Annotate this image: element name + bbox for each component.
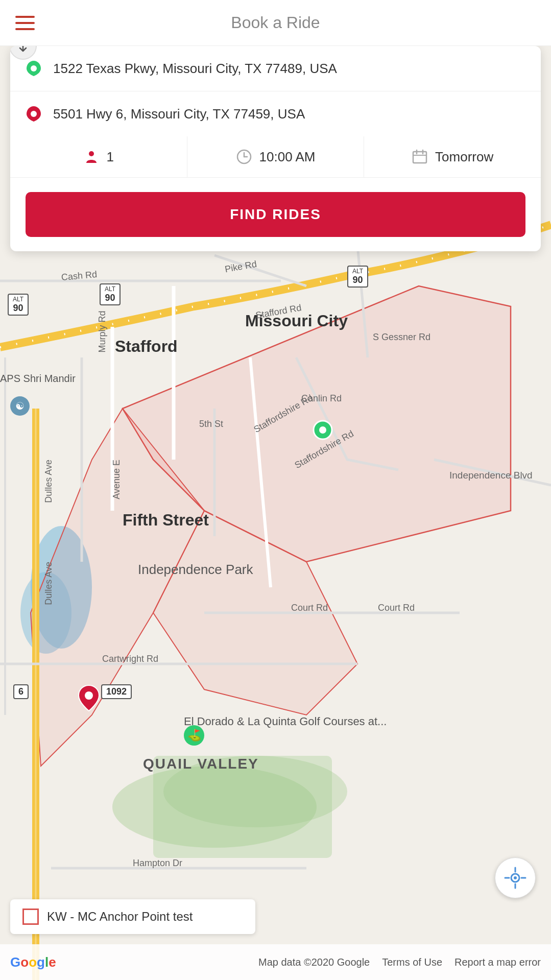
dropoff-row[interactable]: 5501 Hwy 6, Missouri City, TX 77459, USA bbox=[10, 91, 541, 136]
svg-point-11 bbox=[85, 691, 93, 700]
highway-shield-90-right: ALT 90 bbox=[347, 266, 368, 288]
options-row: 1 10:00 AM Tomo bbox=[10, 136, 541, 178]
logo-e: e bbox=[49, 954, 56, 970]
svg-rect-18 bbox=[413, 152, 426, 163]
svg-point-14 bbox=[89, 151, 94, 156]
date-icon bbox=[412, 149, 428, 165]
highway-shield-90-left: ALT 90 bbox=[8, 294, 29, 316]
map-attribution: Map data ©2020 Google bbox=[258, 957, 370, 968]
location-icon bbox=[504, 867, 526, 889]
pickup-address: 1522 Texas Pkwy, Missouri City, TX 77489… bbox=[53, 61, 526, 77]
logo-o1: o bbox=[20, 954, 29, 970]
svg-point-12 bbox=[31, 65, 37, 71]
legend-label: KW - MC Anchor Point test bbox=[47, 910, 193, 924]
dropoff-map-pin bbox=[78, 684, 100, 714]
page-title: Book a Ride bbox=[231, 13, 320, 32]
passengers-value: 1 bbox=[107, 149, 114, 165]
hamburger-line-3 bbox=[15, 28, 35, 30]
report-link[interactable]: Report a map error bbox=[454, 957, 541, 968]
dropoff-address: 5501 Hwy 6, Missouri City, TX 77459, USA bbox=[53, 106, 526, 122]
hamburger-button[interactable] bbox=[15, 16, 35, 30]
hamburger-line-2 bbox=[15, 22, 35, 24]
header: Book a Ride bbox=[0, 0, 551, 46]
logo-g1: G bbox=[10, 954, 20, 970]
date-cell[interactable]: Tomorrow bbox=[364, 136, 541, 177]
time-value: 10:00 AM bbox=[259, 149, 316, 165]
svg-point-10 bbox=[319, 426, 326, 434]
svg-rect-3 bbox=[153, 756, 332, 858]
legend: KW - MC Anchor Point test bbox=[10, 899, 255, 934]
highway-shield-90-mid: ALT 90 bbox=[100, 283, 121, 305]
footer-links: Map data ©2020 Google Terms of Use Repor… bbox=[258, 957, 541, 968]
time-cell[interactable]: 10:00 AM bbox=[187, 136, 365, 177]
pickup-map-pin bbox=[312, 419, 334, 443]
terms-link[interactable]: Terms of Use bbox=[382, 957, 442, 968]
svg-point-13 bbox=[31, 111, 37, 117]
passengers-cell[interactable]: 1 bbox=[10, 136, 187, 177]
my-location-button[interactable] bbox=[495, 857, 536, 898]
time-icon bbox=[236, 149, 252, 165]
svg-point-23 bbox=[514, 876, 517, 879]
legend-box bbox=[22, 909, 39, 925]
golf-marker: ⛳ bbox=[184, 725, 204, 746]
booking-panel: 1522 Texas Pkwy, Missouri City, TX 77489… bbox=[10, 46, 541, 251]
hamburger-line-1 bbox=[15, 16, 35, 18]
swap-icon bbox=[16, 46, 30, 53]
dropoff-icon bbox=[25, 105, 43, 123]
temple-marker: ☯ bbox=[10, 396, 30, 416]
pickup-row[interactable]: 1522 Texas Pkwy, Missouri City, TX 77489… bbox=[10, 46, 541, 91]
date-value: Tomorrow bbox=[435, 149, 493, 165]
logo-o2: o bbox=[29, 954, 37, 970]
pickup-icon bbox=[25, 59, 43, 78]
passengers-icon bbox=[83, 149, 100, 165]
logo-g2: g bbox=[37, 954, 45, 970]
highway-shield-6: 6 bbox=[13, 684, 29, 699]
highway-shield-1092: 1092 bbox=[101, 684, 132, 699]
find-rides-button[interactable]: FIND RIDES bbox=[26, 192, 525, 237]
google-footer: Google Map data ©2020 Google Terms of Us… bbox=[0, 944, 551, 980]
google-logo: Google bbox=[10, 954, 56, 970]
